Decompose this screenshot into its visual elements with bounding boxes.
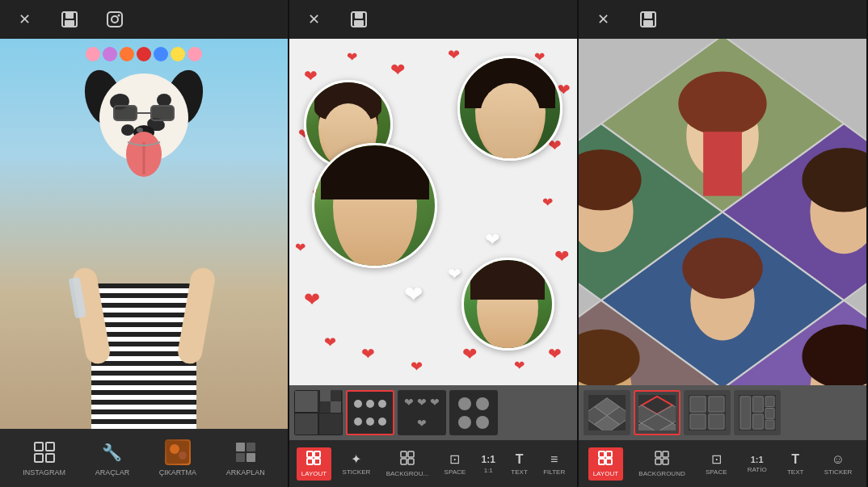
- instagram-icon: [32, 439, 57, 465]
- svg-rect-21: [35, 443, 43, 451]
- p2-text-tool[interactable]: T TEXT: [506, 449, 532, 479]
- p2-sticker-tool[interactable]: ✦ STICKER: [338, 448, 376, 479]
- sticker-icon: [165, 439, 191, 465]
- instagram-button[interactable]: [103, 8, 126, 31]
- svg-rect-99: [753, 397, 764, 412]
- svg-rect-100: [753, 414, 764, 429]
- svg-point-11: [121, 124, 134, 136]
- svg-point-10: [157, 94, 171, 107]
- svg-rect-110: [655, 459, 661, 464]
- svg-point-55: [678, 71, 766, 136]
- svg-rect-3: [107, 12, 122, 27]
- panel2-thumbnail-strip: ❤❤❤❤: [289, 385, 577, 440]
- toolbar-instagram[interactable]: INSTAGRAM: [23, 439, 65, 477]
- p2-filter-label: FILTER: [543, 468, 565, 476]
- panel2-content: ❤ ❤ ❤ ❤ ❤ ❤ ❤ ❤ ❤ ❤ ❤ ❤ ❤ ❤ ❤ ❤ ❤ ❤ ❤ ❤: [289, 39, 577, 385]
- svg-rect-22: [46, 443, 54, 451]
- p2-space-tool[interactable]: ⊡ SPACE: [440, 448, 471, 479]
- p2-ratio-tool[interactable]: 1:1 1:1: [477, 451, 500, 477]
- flower-purple: [103, 47, 117, 61]
- sticker-label: ÇIKARTMA: [159, 468, 196, 477]
- p3-sticker-icon: ☺: [832, 452, 845, 467]
- p3-ratio-tool[interactable]: 1:1 RATİO: [743, 451, 772, 477]
- p2-sticker-label: STICKER: [343, 468, 371, 476]
- svg-rect-108: [655, 451, 661, 457]
- toolbar-tools[interactable]: 🔧 ARAÇLAR: [95, 439, 130, 477]
- p3-text-tool[interactable]: T TEXT: [782, 449, 808, 479]
- p3-text-icon: T: [791, 452, 799, 467]
- svg-rect-95: [690, 414, 706, 429]
- svg-rect-28: [236, 443, 245, 451]
- panel1-photo: [0, 39, 288, 429]
- p2-background-label: BACKGROU...: [386, 470, 428, 477]
- p3-thumbnail-1[interactable]: [584, 390, 630, 435]
- p3-background-tool[interactable]: BACKGROUND: [634, 447, 689, 481]
- svg-rect-2: [65, 20, 74, 26]
- svg-rect-44: [644, 12, 652, 19]
- woman-figure: [79, 203, 209, 429]
- thumbnail-4[interactable]: [449, 390, 498, 435]
- panel1-toolbar: INSTAGRAM 🔧 ARAÇLAR ÇIKARTMA: [0, 429, 288, 487]
- panel2-close-button[interactable]: ✕: [302, 8, 325, 31]
- svg-rect-15: [151, 106, 174, 120]
- panel2-save-button[interactable]: [348, 8, 370, 31]
- flower-orange: [120, 47, 134, 61]
- photo-frame-2: [457, 56, 563, 161]
- svg-rect-45: [643, 20, 653, 26]
- p2-space-icon: ⊡: [449, 451, 460, 467]
- p2-layout-tool[interactable]: LAYOUT: [297, 447, 331, 481]
- photo-frame-4: [461, 258, 554, 351]
- p3-thumbnail-2[interactable]: [634, 390, 680, 435]
- flower-pink2: [188, 47, 202, 61]
- svg-rect-107: [606, 459, 612, 464]
- svg-rect-14: [114, 106, 137, 120]
- photo-frame-3: [312, 143, 437, 268]
- p3-thumb2-svg: [638, 395, 676, 430]
- svg-rect-98: [740, 397, 751, 429]
- svg-rect-29: [246, 443, 255, 451]
- dog-face-overlay: [83, 61, 204, 191]
- p3-layout-label: LAYOUT: [593, 470, 618, 477]
- svg-rect-94: [709, 397, 724, 412]
- p3-sticker-tool[interactable]: ☺ STICKER: [820, 449, 857, 479]
- flower-yellow: [171, 47, 185, 61]
- svg-rect-23: [35, 454, 43, 462]
- svg-rect-31: [246, 453, 255, 462]
- svg-rect-103: [765, 420, 774, 429]
- svg-rect-42: [408, 459, 414, 464]
- p2-background-icon: [400, 451, 415, 468]
- p3-layout-icon: [598, 451, 613, 468]
- panel3-toolbar: LAYOUT BACKGROUND ⊡ SPAcE 1:1 RATİO T TE…: [579, 440, 866, 487]
- p2-background-tool[interactable]: BACKGROU...: [381, 447, 433, 481]
- p2-sticker-icon: ✦: [351, 451, 361, 467]
- flower-pink: [86, 47, 100, 61]
- svg-rect-93: [690, 397, 706, 412]
- svg-rect-30: [236, 453, 245, 462]
- thumbnail-2[interactable]: [346, 390, 394, 435]
- p3-text-label: TEXT: [787, 468, 803, 476]
- panel3-save-button[interactable]: [637, 8, 659, 31]
- thumbnail-1[interactable]: [294, 390, 343, 435]
- p2-ratio-label: 1:1: [484, 467, 493, 474]
- panel2-toolbar: LAYOUT ✦ STICKER BACKGROU... ⊡ SPACE 1:1…: [289, 440, 577, 487]
- flower-red: [137, 47, 151, 61]
- svg-rect-1: [65, 12, 74, 19]
- close-button[interactable]: ✕: [13, 8, 36, 31]
- toolbar-background[interactable]: ARKAPLAN: [226, 439, 265, 477]
- p3-layout-tool[interactable]: LAYOUT: [588, 447, 623, 481]
- panel-1: ✕: [0, 0, 289, 487]
- p3-thumbnail-4[interactable]: [734, 390, 781, 435]
- p2-filter-tool[interactable]: ≡ FILTER: [538, 449, 570, 479]
- svg-rect-56: [703, 132, 742, 196]
- toolbar-sticker[interactable]: ÇIKARTMA: [159, 439, 196, 477]
- save-button[interactable]: [58, 8, 81, 31]
- p2-text-icon: T: [516, 452, 524, 467]
- p3-sticker-label: STICKER: [824, 468, 853, 476]
- p3-space-tool[interactable]: ⊡ SPAcE: [701, 448, 732, 479]
- panel-3: ✕: [579, 0, 868, 487]
- p3-thumbnail-3[interactable]: [684, 390, 731, 435]
- panel3-close-button[interactable]: ✕: [592, 8, 614, 31]
- instagram-label: INSTAGRAM: [23, 468, 65, 477]
- panel2-header: ✕: [289, 0, 577, 39]
- thumbnail-3[interactable]: ❤❤❤❤: [398, 390, 446, 435]
